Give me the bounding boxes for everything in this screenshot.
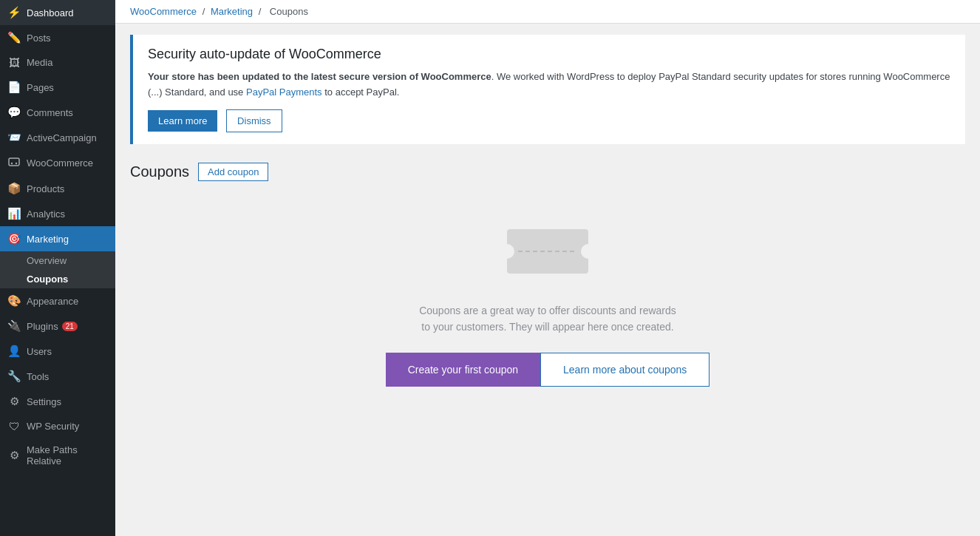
sidebar-label-media: Media (27, 57, 52, 68)
sidebar: ⚡ Dashboard ✏️ Posts 🖼 Media 📄 Pages 💬 C… (0, 0, 115, 536)
notice-learn-more-button[interactable]: Learn more (148, 110, 217, 132)
users-icon: 👤 (7, 345, 21, 358)
posts-icon: ✏️ (7, 31, 21, 44)
sidebar-label-plugins: Plugins (27, 321, 58, 332)
sidebar-label-comments: Comments (27, 107, 73, 118)
sidebar-submenu-marketing: Overview Coupons (0, 251, 115, 288)
appearance-icon: 🎨 (7, 294, 21, 308)
plugins-icon: 🔌 (7, 319, 21, 333)
settings-icon: ⚙ (7, 395, 21, 408)
sidebar-item-marketing[interactable]: 🎯 Marketing (0, 226, 115, 251)
coupon-empty-icon (503, 218, 592, 285)
svg-rect-0 (9, 158, 19, 166)
products-icon: 📦 (7, 182, 21, 195)
activecampaign-icon: 📨 (7, 131, 21, 144)
sidebar-item-posts[interactable]: ✏️ Posts (0, 25, 115, 50)
breadcrumb-sep-1: / (203, 6, 208, 17)
sidebar-label-users: Users (27, 346, 52, 357)
sidebar-label-analytics: Analytics (27, 208, 65, 220)
sidebar-item-plugins[interactable]: 🔌 Plugins 21 (0, 313, 115, 339)
analytics-icon: 📊 (7, 207, 21, 220)
media-icon: 🖼 (7, 56, 21, 69)
sidebar-label-wp-security: WP Security (27, 421, 79, 432)
sidebar-label-posts: Posts (27, 33, 51, 44)
empty-state-message: Coupons are a great way to offer discoun… (415, 302, 681, 336)
sidebar-item-media[interactable]: 🖼 Media (0, 50, 115, 75)
sidebar-item-comments[interactable]: 💬 Comments (0, 100, 115, 125)
make-paths-relative-icon: ⚙ (7, 449, 21, 462)
sidebar-item-woocommerce[interactable]: WooCommerce (0, 150, 115, 176)
wp-security-icon: 🛡 (7, 420, 21, 432)
dashboard-icon: ⚡ (7, 6, 21, 19)
sidebar-item-appearance[interactable]: 🎨 Appearance (0, 288, 115, 313)
sidebar-label-settings: Settings (27, 396, 61, 407)
sidebar-item-overview[interactable]: Overview (0, 251, 115, 270)
sidebar-item-users[interactable]: 👤 Users (0, 339, 115, 364)
coupons-header: Coupons Add coupon (115, 152, 980, 189)
breadcrumb-woocommerce[interactable]: WooCommerce (130, 6, 197, 17)
learn-more-coupons-button[interactable]: Learn more about coupons (540, 353, 710, 387)
sidebar-label-pages: Pages (27, 82, 54, 93)
sidebar-item-settings[interactable]: ⚙ Settings (0, 389, 115, 414)
sidebar-label-marketing: Marketing (27, 234, 69, 245)
sidebar-item-products[interactable]: 📦 Products (0, 176, 115, 201)
coupons-empty-state: Coupons are a great way to offer discoun… (115, 189, 980, 417)
notice-dismiss-button[interactable]: Dismiss (226, 109, 282, 132)
security-notice: Security auto-update of WooCommerce Your… (130, 35, 965, 144)
main-content: WooCommerce / Marketing / Coupons Securi… (115, 0, 980, 536)
sidebar-item-pages[interactable]: 📄 Pages (0, 75, 115, 100)
marketing-icon: 🎯 (7, 232, 21, 245)
sidebar-item-make-paths-relative[interactable]: ⚙ Make Paths Relative (0, 438, 115, 472)
empty-state-buttons: Create your first coupon Learn more abou… (386, 353, 710, 387)
sidebar-label-activecampaign: ActiveCampaign (27, 132, 97, 143)
sidebar-label-make-paths-relative: Make Paths Relative (27, 444, 108, 467)
sidebar-item-wp-security[interactable]: 🛡 WP Security (0, 414, 115, 438)
notice-body-strong: Your store has been updated to the lates… (148, 71, 491, 82)
coupons-title: Coupons (130, 163, 189, 180)
breadcrumb-current: Coupons (270, 6, 308, 17)
create-first-coupon-button[interactable]: Create your first coupon (386, 353, 540, 387)
sidebar-item-analytics[interactable]: 📊 Analytics (0, 201, 115, 226)
pages-icon: 📄 (7, 81, 21, 94)
sidebar-label-products: Products (27, 183, 64, 194)
breadcrumb: WooCommerce / Marketing / Coupons (115, 0, 980, 24)
breadcrumb-sep-2: / (259, 6, 264, 17)
sidebar-item-tools[interactable]: 🔧 Tools (0, 364, 115, 389)
notice-title: Security auto-update of WooCommerce (148, 47, 950, 62)
svg-point-1 (11, 163, 13, 164)
comments-icon: 💬 (7, 106, 21, 119)
content-area: Security auto-update of WooCommerce Your… (115, 24, 980, 536)
notice-body: Your store has been updated to the lates… (148, 69, 950, 101)
notice-paypal-link[interactable]: PayPal Payments (246, 86, 322, 98)
add-coupon-button[interactable]: Add coupon (198, 163, 268, 181)
sidebar-item-activecampaign[interactable]: 📨 ActiveCampaign (0, 125, 115, 150)
breadcrumb-marketing[interactable]: Marketing (211, 6, 253, 17)
sidebar-label-woocommerce: WooCommerce (27, 157, 93, 169)
sidebar-label-dashboard: Dashboard (27, 7, 74, 18)
sidebar-label-appearance: Appearance (27, 296, 78, 307)
sidebar-item-dashboard[interactable]: ⚡ Dashboard (0, 0, 115, 25)
svg-point-2 (16, 163, 17, 164)
tools-icon: 🔧 (7, 370, 21, 383)
plugins-badge: 21 (62, 322, 78, 331)
notice-body-end: to accept PayPal. (324, 86, 399, 98)
woocommerce-icon (7, 156, 21, 170)
sidebar-label-tools: Tools (27, 371, 49, 382)
sidebar-item-coupons[interactable]: Coupons (0, 270, 115, 288)
